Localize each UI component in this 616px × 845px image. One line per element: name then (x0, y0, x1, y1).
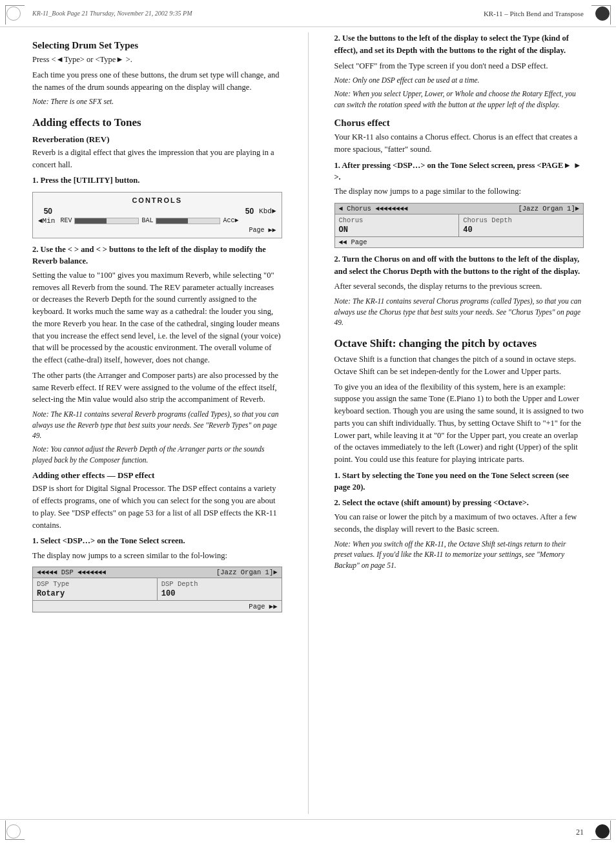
dsp-col1-label: DSP Type (37, 580, 153, 588)
octave-step2: 2. Select the octave (shift amount) by p… (334, 497, 584, 508)
reverb-para1: Reverb is a digital effect that gives th… (32, 147, 282, 171)
left-column: Selecting Drum Set Types Press <◄Type> o… (32, 32, 289, 814)
reverb-para2: Setting the value to "100" gives you max… (32, 269, 282, 366)
dsp-col-type: DSP Type Rotary (33, 578, 158, 600)
controls-panel: CONTROLS 50 50 Kbd► ◄Min REV BAL (32, 192, 282, 238)
main-content: Selecting Drum Set Types Press <◄Type> o… (32, 32, 584, 814)
reverb-para3: The other parts (the Arranger and Compos… (32, 370, 282, 406)
page-number: 21 (576, 828, 584, 837)
dsp-header-right: [Jazz Organ 1]► (216, 569, 278, 576)
chorus-col1-label: Chorus (339, 216, 455, 224)
dsp-header-left: ◄◄◄◄◄ DSP ◄◄◄◄◄◄◄ (37, 569, 106, 576)
dsp-step2-bold: 2. Use the buttons to the left of the di… (334, 32, 584, 57)
chorus-step2-text: 2. Turn the Chorus on and off with the b… (334, 255, 580, 276)
dsp-body: DSP Type Rotary DSP Depth 100 (33, 578, 282, 600)
effects-heading: Adding effects to Tones (32, 116, 282, 129)
slider-bar-2 (156, 218, 220, 224)
drum-set-note1: Note: There is one SFX set. (32, 96, 282, 107)
right-column: 2. Use the buttons to the left of the di… (328, 32, 584, 814)
reverb-step1: 1. Press the [UTILITY] button. (32, 174, 282, 186)
slider-area: REV BAL Acc► (60, 217, 271, 224)
dsp-panel-header: ◄◄◄◄◄ DSP ◄◄◄◄◄◄◄ [Jazz Organ 1]► (33, 567, 282, 578)
controls-row-bar: ◄Min REV BAL Acc► (38, 217, 276, 225)
octave-note1: Note: When you switch off the KR-11, the… (334, 539, 584, 571)
top-bar-left-text: KR-11_Book Page 21 Thursday, November 21… (32, 10, 192, 17)
chorus-col2-label: Chorus Depth (463, 216, 579, 224)
controls-header: CONTROLS (38, 196, 276, 204)
dsp-para1: DSP is short for Digital Signal Processo… (32, 483, 282, 531)
reverb-heading: Reverberation (REV) (32, 134, 282, 145)
chorus-col2: Chorus Depth 40 (459, 214, 583, 236)
chorus-heading: Chorus effect (334, 118, 584, 129)
drum-set-heading: Selecting Drum Set Types (32, 40, 282, 51)
ctrl-kbd-label: Kbd► (259, 207, 276, 215)
reverb-note2: Note: The KR-11 contains several Reverb … (32, 409, 282, 441)
ctrl-page-label: Page ▶▶ (38, 226, 276, 234)
ctrl-acc-label: Acc► (223, 217, 238, 224)
ctrl-kbd-value: 50 (240, 207, 254, 216)
ctrl-kbd-right: 50 Kbd► (240, 207, 276, 216)
chorus-header-left: ◄ Chorus ◄◄◄◄◄◄◄◄ (339, 205, 408, 213)
chorus-para3: After several seconds, the display retur… (334, 280, 584, 293)
chorus-step2: 2. Turn the Chorus on and off with the b… (334, 253, 584, 278)
ctrl-min-label: ◄Min (38, 217, 55, 225)
chorus-para1: Your KR-11 also contains a Chorus effect… (334, 131, 584, 156)
ctrl-max-value: 50 (38, 207, 52, 216)
chorus-body: Chorus ON Chorus Depth 40 (335, 214, 584, 236)
dsp-right-para1: Select "OFF" from the Type screen if you… (334, 60, 584, 72)
dsp-para2: The display now jumps to a screen simila… (32, 550, 282, 562)
dsp-right-note1: Note: Only one DSP effect can be used at… (334, 75, 584, 86)
bottom-bar: 21 (0, 819, 616, 845)
chorus-step1: 1. After pressing <DSP…> on the Tone Sel… (334, 160, 584, 183)
dsp-col1-value: Rotary (37, 589, 153, 598)
reverb-note3: Note: You cannot adjust the Reverb Depth… (32, 444, 282, 465)
octave-heading: Octave Shift: changing the pitch by octa… (334, 337, 584, 350)
dsp-col2-label: DSP Depth (161, 580, 278, 588)
chorus-note1: Note: The KR-11 contains several Chorus … (334, 296, 584, 328)
chorus-panel: ◄ Chorus ◄◄◄◄◄◄◄◄ [Jazz Organ 1]► Chorus… (334, 203, 584, 248)
dsp-col-depth: DSP Depth 100 (158, 578, 282, 600)
chorus-panel-header: ◄ Chorus ◄◄◄◄◄◄◄◄ [Jazz Organ 1]► (335, 203, 584, 214)
octave-step1: 1. Start by selecting the Tone you need … (334, 470, 584, 493)
ctrl-max-left: 50 (38, 207, 52, 216)
ctrl-rev-label: REV (60, 217, 72, 224)
ctrl-bal-label: BAL (141, 217, 153, 224)
controls-row-max: 50 50 Kbd► (38, 207, 276, 216)
slider-fill (75, 218, 107, 224)
octave-para1: Octave Shift is a function that changes … (334, 353, 584, 378)
slider-fill-2 (156, 218, 188, 224)
chorus-col1-value: ON (339, 225, 455, 235)
dsp-panel: ◄◄◄◄◄ DSP ◄◄◄◄◄◄◄ [Jazz Organ 1]► DSP Ty… (32, 567, 282, 612)
reverb-step2: 2. Use the < > and < > buttons to the le… (32, 244, 282, 267)
dsp-step2-text: 2. Use the buttons to the left of the di… (334, 34, 569, 55)
top-bar: KR-11_Book Page 21 Thursday, November 21… (0, 0, 616, 27)
column-divider (308, 32, 309, 814)
slider-bar (74, 218, 139, 224)
octave-para3: You can raise or lower the pitch by a ma… (334, 511, 584, 536)
drum-set-para1: Press <◄Type> or <Type► >. (32, 54, 282, 66)
chorus-para2: The display now jumps to a page similar … (334, 185, 584, 198)
top-bar-right-text: KR-11 – Pitch Bend and Transpose (484, 10, 584, 17)
chorus-col2-value: 40 (463, 225, 579, 235)
chorus-footer: ◄◄ Page (335, 236, 584, 247)
dsp-col2-value: 100 (161, 589, 278, 598)
dsp-heading: Adding other effects — DSP effect (32, 470, 282, 481)
dsp-right-note2: Note: When you select Upper, Lower, or W… (334, 89, 584, 110)
chorus-header-right: [Jazz Organ 1]► (518, 205, 579, 213)
dsp-step1: 1. Select <DSP…> on the Tone Select scre… (32, 535, 282, 547)
chorus-col1: Chorus ON (335, 214, 460, 236)
octave-para2: To give you an idea of the flexibility o… (334, 381, 584, 466)
dsp-footer: Page ▶▶ (33, 600, 282, 612)
drum-set-para2: Each time you press one of these buttons… (32, 69, 282, 94)
